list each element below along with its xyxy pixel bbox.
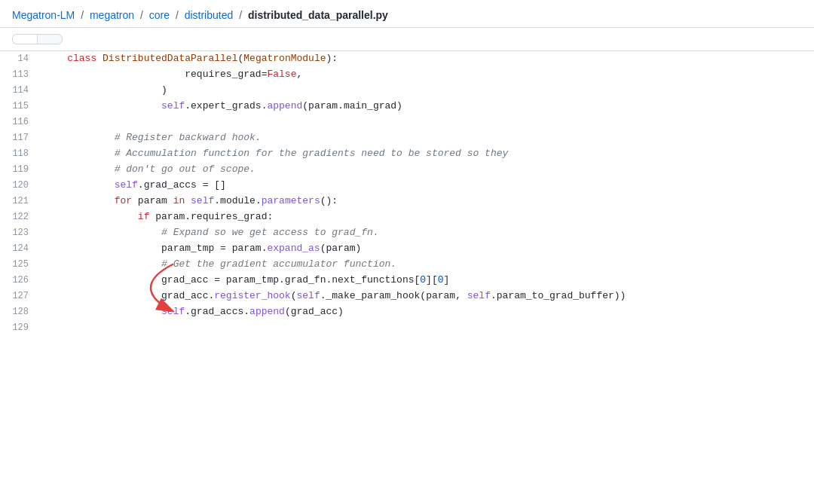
breadcrumb-megatron[interactable]: megatron [90,9,134,21]
table-row: 117 # Register backward hook. [0,130,814,146]
breadcrumb: Megatron-LM / megatron / core / distribu… [12,9,802,21]
table-row: 119 # don't go out of scope. [0,162,814,178]
table-row: 128 self.grad_accs.append(grad_acc) [0,304,814,320]
line-number: 126 [0,273,38,289]
line-code: self.grad_accs = [] [38,178,814,194]
line-code: # don't go out of scope. [38,162,814,178]
line-code: self.expert_grads.append(param.main_grad… [38,99,814,115]
line-code: class DistributedDataParallel(MegatronMo… [38,51,814,67]
line-code [38,115,814,130]
line-number: 116 [0,115,38,130]
line-code [38,320,814,336]
line-code: if param.requires_grad: [38,209,814,225]
line-code: grad_acc.register_hook(self._make_param_… [38,289,814,304]
line-code: ) [38,83,814,99]
tab-code[interactable] [12,34,37,44]
table-row: 116 [0,115,814,130]
table-row: 127 grad_acc.register_hook(self._make_pa… [0,289,814,304]
line-number: 124 [0,241,38,257]
table-row: 114 ) [0,83,814,99]
line-code: self.grad_accs.append(grad_acc) [38,304,814,320]
line-code: # Expand so we get access to grad_fn. [38,225,814,241]
line-number: 128 [0,304,38,320]
line-number: 121 [0,194,38,209]
line-number: 127 [0,289,38,304]
tab-blame[interactable] [37,34,63,44]
code-container: 14 class DistributedDataParallel(Megatro… [0,51,814,336]
line-code: requires_grad=False, [38,67,814,83]
table-row: 129 [0,320,814,336]
line-number: 123 [0,225,38,241]
line-number: 113 [0,67,38,83]
line-code: grad_acc = param_tmp.grad_fn.next_functi… [38,273,814,289]
table-row: 122 if param.requires_grad: [0,209,814,225]
breadcrumb-distributed[interactable]: distributed [185,9,234,21]
breadcrumb-megatron-lm[interactable]: Megatron-LM [12,9,75,21]
code-table: 14 class DistributedDataParallel(Megatro… [0,51,814,336]
line-number: 122 [0,209,38,225]
line-number: 14 [0,51,38,67]
line-number: 117 [0,130,38,146]
table-row: 126 grad_acc = param_tmp.grad_fn.next_fu… [0,273,814,289]
line-code: param_tmp = param.expand_as(param) [38,241,814,257]
table-row: 115 self.expert_grads.append(param.main_… [0,99,814,115]
line-number: 129 [0,320,38,336]
line-code: # Accumulation function for the gradient… [38,146,814,162]
line-number: 119 [0,162,38,178]
line-number: 114 [0,83,38,99]
line-number: 118 [0,146,38,162]
table-row: 124 param_tmp = param.expand_as(param) [0,241,814,257]
header: Megatron-LM / megatron / core / distribu… [0,0,814,28]
line-code: # Register backward hook. [38,130,814,146]
table-row: 125 # Get the gradient accumulator funct… [0,257,814,273]
table-row: 123 # Expand so we get access to grad_fn… [0,225,814,241]
table-row: 121 for param in self.module.parameters(… [0,194,814,209]
line-code: # Get the gradient accumulator function. [38,257,814,273]
code-wrapper: 14 class DistributedDataParallel(Megatro… [0,51,814,336]
toolbar [0,28,814,51]
table-row: 14 class DistributedDataParallel(Megatro… [0,51,814,67]
line-code: for param in self.module.parameters(): [38,194,814,209]
table-row: 118 # Accumulation function for the grad… [0,146,814,162]
line-number: 125 [0,257,38,273]
breadcrumb-filename: distributed_data_parallel.py [248,9,388,21]
line-number: 120 [0,178,38,194]
breadcrumb-core[interactable]: core [149,9,170,21]
table-row: 120 self.grad_accs = [] [0,178,814,194]
table-row: 113 requires_grad=False, [0,67,814,83]
line-number: 115 [0,99,38,115]
